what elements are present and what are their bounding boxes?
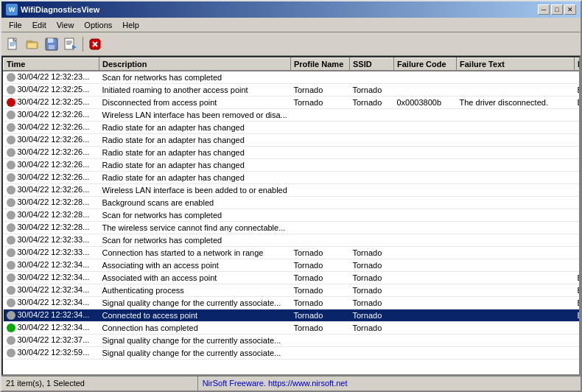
cell-failtext — [457, 171, 575, 183]
toolbar-open-button[interactable] — [24, 35, 41, 53]
cell-time: 30/04/22 12:32:34... — [4, 259, 99, 271]
svg-rect-9 — [48, 38, 53, 43]
table-row[interactable]: 30/04/22 12:32:33... Scan for networks h… — [4, 234, 580, 246]
col-time[interactable]: Time — [4, 58, 99, 71]
table-row[interactable]: 30/04/22 12:32:26... Radio state for an … — [4, 171, 580, 183]
table-row[interactable]: 30/04/22 12:32:26... Radio state for an … — [4, 133, 580, 146]
svg-marker-16 — [72, 45, 77, 49]
table-row[interactable]: 30/04/22 12:32:28... Background scans ar… — [4, 196, 580, 209]
toolbar-separator — [83, 37, 83, 52]
cell-ssid — [350, 146, 394, 158]
menu-options[interactable]: Options — [80, 19, 116, 31]
toolbar-stop-button[interactable] — [86, 35, 104, 53]
svg-rect-11 — [53, 39, 55, 42]
cell-failtext — [457, 183, 575, 196]
table-row[interactable]: 30/04/22 12:32:23... Scan for networks h… — [4, 71, 580, 83]
cell-bssid: B4-F1 — [575, 83, 580, 96]
title-controls: ─ □ ✕ — [538, 4, 576, 15]
menu-edit[interactable]: Edit — [28, 19, 51, 31]
maximize-button[interactable]: □ — [551, 4, 563, 15]
table-row[interactable]: 30/04/22 12:32:34... Signal quality chan… — [4, 296, 580, 309]
table-row[interactable]: 30/04/22 12:32:26... Radio state for an … — [4, 121, 580, 133]
status-icon — [7, 73, 15, 82]
table-row[interactable]: 30/04/22 12:32:34... Connection has comp… — [4, 321, 580, 334]
cell-description: Signal quality change for the currently … — [99, 296, 291, 309]
cell-bssid — [575, 108, 580, 121]
cell-ssid: Tornado — [350, 96, 394, 108]
menu-file[interactable]: File — [4, 19, 27, 31]
cell-failcode — [394, 221, 457, 234]
cell-bssid — [575, 196, 580, 209]
table-row[interactable]: 30/04/22 12:32:28... Scan for networks h… — [4, 209, 580, 221]
cell-description: Radio state for an adapter has changed — [99, 146, 291, 158]
col-failure-code[interactable]: Failure Code — [394, 58, 457, 71]
cell-description: The wireless service cannot find any con… — [99, 221, 291, 234]
cell-failtext — [457, 334, 575, 346]
cell-failcode: 0x0003800b — [394, 96, 457, 108]
cell-profile: Tornado — [291, 83, 350, 96]
cell-ssid: Tornado — [350, 296, 394, 309]
svg-rect-10 — [49, 45, 55, 49]
table-row[interactable]: 30/04/22 12:32:26... Wireless LAN interf… — [4, 108, 580, 121]
status-icon — [7, 211, 15, 220]
col-bssid[interactable]: BSSID — [575, 58, 580, 71]
cell-failtext — [457, 133, 575, 146]
status-icon — [7, 223, 15, 232]
toolbar-save-button[interactable] — [43, 35, 60, 53]
cell-profile — [291, 121, 350, 133]
menu-help[interactable]: Help — [118, 19, 144, 31]
col-failure-text[interactable]: Failure Text — [457, 58, 575, 71]
table-row[interactable]: 30/04/22 12:32:37... Signal quality chan… — [4, 334, 580, 346]
menu-view[interactable]: View — [52, 19, 79, 31]
table-row[interactable]: 30/04/22 12:32:34... Associated with an … — [4, 271, 580, 284]
status-icon — [7, 298, 15, 307]
cell-time: 30/04/22 12:32:34... — [4, 321, 99, 334]
table-row[interactable]: 30/04/22 12:32:33... Connection has star… — [4, 246, 580, 259]
table-row[interactable]: 30/04/22 12:32:28... The wireless servic… — [4, 221, 580, 234]
close-button[interactable]: ✕ — [564, 4, 576, 15]
toolbar-export-button[interactable] — [62, 35, 80, 53]
cell-bssid — [575, 171, 580, 183]
new-icon — [7, 38, 20, 51]
col-ssid[interactable]: SSID — [350, 58, 394, 71]
minimize-button[interactable]: ─ — [538, 4, 550, 15]
table-row[interactable]: 30/04/22 12:32:34... Connected to access… — [4, 309, 580, 321]
cell-ssid — [350, 196, 394, 209]
col-profile-name[interactable]: Profile Name — [291, 58, 350, 71]
cell-profile — [291, 133, 350, 146]
table-row[interactable]: 30/04/22 12:32:25... Initiated roaming t… — [4, 83, 580, 96]
table-scroll[interactable]: Time Description Profile Name SSID Failu… — [3, 57, 579, 374]
cell-failcode — [394, 334, 457, 346]
cell-description: Initiated roaming to another access poin… — [99, 83, 291, 96]
data-table: Time Description Profile Name SSID Failu… — [3, 57, 579, 360]
cell-profile — [291, 171, 350, 183]
cell-description: Associating with an access point — [99, 259, 291, 271]
cell-failtext — [457, 71, 575, 83]
status-icon — [7, 111, 15, 119]
cell-profile — [291, 196, 350, 209]
cell-failcode — [394, 346, 457, 359]
cell-time: 30/04/22 12:32:26... — [4, 158, 99, 171]
cell-failcode — [394, 234, 457, 246]
col-description[interactable]: Description — [99, 58, 291, 71]
cell-failtext — [457, 309, 575, 321]
cell-failtext — [457, 234, 575, 246]
cell-time: 30/04/22 12:32:34... — [4, 296, 99, 309]
cell-failcode — [394, 209, 457, 221]
cell-time: 30/04/22 12:32:23... — [4, 71, 99, 83]
table-row[interactable]: 30/04/22 12:32:34... Associating with an… — [4, 259, 580, 271]
table-row[interactable]: 30/04/22 12:32:26... Radio state for an … — [4, 158, 580, 171]
cell-ssid — [350, 71, 394, 83]
toolbar-new-button[interactable] — [4, 35, 22, 53]
table-body: 30/04/22 12:32:23... Scan for networks h… — [4, 71, 580, 359]
status-icon — [7, 261, 15, 270]
cell-ssid: Tornado — [350, 259, 394, 271]
cell-failcode — [394, 133, 457, 146]
table-row[interactable]: 30/04/22 12:32:25... Disconnected from a… — [4, 96, 580, 108]
table-row[interactable]: 30/04/22 12:32:34... Authenticating proc… — [4, 284, 580, 296]
table-row[interactable]: 30/04/22 12:32:59... Signal quality chan… — [4, 346, 580, 359]
cell-failtext — [457, 271, 575, 284]
table-row[interactable]: 30/04/22 12:32:26... Radio state for an … — [4, 146, 580, 158]
cell-bssid — [575, 346, 580, 359]
table-row[interactable]: 30/04/22 12:32:26... Wireless LAN interf… — [4, 183, 580, 196]
